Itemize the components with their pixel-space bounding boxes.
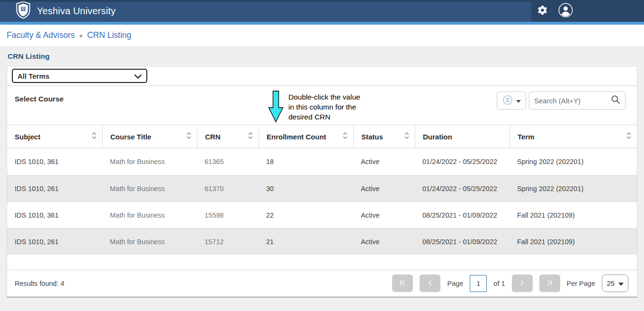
sort-icon[interactable] (92, 132, 97, 141)
per-page-value: 25 (607, 280, 614, 287)
filter-columns-button[interactable] (497, 91, 526, 110)
column-header-term[interactable]: Term (510, 125, 637, 148)
table-row[interactable]: IDS 1010, 361Math for Business6136518Act… (7, 148, 637, 175)
sort-icon[interactable] (187, 132, 191, 141)
first-page-icon (399, 279, 407, 288)
last-page-button[interactable] (539, 274, 560, 292)
first-page-button[interactable] (392, 274, 413, 292)
annotation-text: Double-click the value in this column fo… (288, 92, 360, 125)
table-row[interactable]: IDS 1010, 361Math for Business1559822Act… (7, 201, 637, 228)
column-label: Subject (15, 133, 40, 141)
breadcrumb-separator-dot (80, 35, 82, 37)
column-label: Course Title (110, 133, 151, 141)
table-row[interactable]: IDS 1010, 261Math for Business6137030Act… (7, 175, 637, 201)
cell-subject[interactable]: IDS 1010, 261 (7, 185, 102, 192)
previous-page-button[interactable] (420, 274, 440, 292)
next-page-icon (518, 279, 526, 288)
caret-down-icon (618, 280, 624, 287)
last-page-icon (546, 279, 554, 288)
brand-name: Yeshiva University (37, 6, 116, 17)
cell-status[interactable]: Active (353, 158, 415, 165)
column-header-course-title[interactable]: Course Title (102, 125, 197, 148)
column-header-duration: Duration (415, 125, 510, 148)
table-header-row: SubjectCourse TitleCRNEnrollment CountSt… (7, 125, 637, 148)
caret-down-icon (516, 97, 521, 104)
cell-crn[interactable]: 61370 (197, 185, 259, 192)
column-header-enrollment-count[interactable]: Enrollment Count (259, 125, 353, 148)
down-arrow-icon (268, 91, 284, 125)
column-label: Enrollment Count (267, 133, 326, 141)
previous-page-icon (426, 279, 434, 288)
select-course-title: Select Course (15, 95, 63, 103)
page-label: Page (447, 280, 463, 287)
profile-button[interactable] (558, 3, 573, 19)
cell-duration[interactable]: 01/24/2022 - 05/25/2022 (415, 158, 510, 165)
cell-course-title[interactable]: Math for Business (102, 158, 197, 165)
pagination: Page of 1 Per Page 25 (392, 274, 628, 292)
column-header-subject[interactable]: Subject (7, 125, 102, 148)
breadcrumb-crn-listing[interactable]: CRN Listing (87, 30, 131, 40)
term-panel: All Terms (7, 66, 637, 86)
cell-status[interactable]: Active (353, 211, 415, 219)
cell-term[interactable]: Spring 2022 (202201) (510, 158, 637, 165)
column-label: Duration (423, 133, 452, 141)
empty-row-strip (7, 255, 637, 270)
column-label: CRN (205, 133, 221, 141)
column-header-status[interactable]: Status (353, 125, 415, 148)
cell-subject[interactable]: IDS 1010, 261 (7, 238, 102, 246)
search-input[interactable] (534, 97, 611, 105)
search-box (529, 91, 626, 110)
settings-button[interactable] (537, 5, 548, 17)
table-row[interactable]: IDS 1010, 261Math for Business1571221Act… (7, 228, 637, 255)
per-page-label: Per Page (567, 280, 595, 287)
page-number-input[interactable] (470, 275, 487, 292)
cell-enrollment-count[interactable]: 18 (259, 158, 353, 165)
per-page-select[interactable]: 25 (602, 274, 628, 292)
course-panel: Select Course Double-click the value in … (7, 86, 637, 297)
columns-circle-icon (502, 95, 513, 107)
chevron-down-icon (134, 72, 142, 80)
cell-course-title[interactable]: Math for Business (102, 211, 197, 219)
cell-crn[interactable]: 15712 (197, 238, 259, 246)
cell-term[interactable]: Fall 2021 (202109) (510, 211, 637, 219)
cell-term[interactable]: Spring 2022 (202201) (510, 185, 637, 192)
header-tools (531, 0, 644, 22)
annotation-overlay: Double-click the value in this column fo… (268, 91, 360, 125)
search-group (497, 91, 626, 110)
results-count: Results found: 4 (15, 280, 64, 287)
sort-icon[interactable] (626, 132, 631, 141)
cell-enrollment-count[interactable]: 22 (259, 211, 353, 219)
term-select[interactable]: All Terms (12, 69, 147, 83)
column-label: Term (518, 133, 535, 141)
page-title: CRN Listing (7, 46, 637, 66)
cell-status[interactable]: Active (353, 238, 415, 246)
cell-subject[interactable]: IDS 1010, 361 (7, 211, 102, 219)
cell-course-title[interactable]: Math for Business (102, 185, 197, 192)
sort-icon[interactable] (404, 132, 409, 141)
search-icon[interactable] (611, 95, 620, 106)
breadcrumb-faculty-advisors[interactable]: Faculty & Advisors (7, 30, 75, 40)
table-footer: Results found: 4 Page of 1 (7, 270, 637, 296)
university-logo-icon (15, 1, 31, 21)
sort-icon[interactable] (343, 132, 348, 141)
course-toolbar: Select Course Double-click the value in … (7, 86, 637, 125)
cell-enrollment-count[interactable]: 21 (259, 238, 353, 246)
next-page-button[interactable] (512, 274, 533, 292)
column-header-crn[interactable]: CRN (197, 125, 259, 148)
gear-icon (537, 5, 548, 17)
sort-icon[interactable] (248, 132, 253, 141)
cell-enrollment-count[interactable]: 30 (259, 185, 353, 192)
column-label: Status (361, 133, 383, 141)
cell-duration[interactable]: 08/25/2021 - 01/09/2022 (415, 211, 510, 219)
cell-duration[interactable]: 08/25/2021 - 01/09/2022 (415, 238, 510, 246)
term-select-value: All Terms (18, 72, 49, 80)
cell-term[interactable]: Fall 2021 (202109) (510, 238, 637, 246)
cell-crn[interactable]: 15598 (197, 211, 259, 219)
cell-subject[interactable]: IDS 1010, 361 (7, 158, 102, 165)
cell-course-title[interactable]: Math for Business (102, 238, 197, 246)
cell-duration[interactable]: 01/24/2022 - 05/25/2022 (415, 185, 510, 192)
cell-status[interactable]: Active (353, 185, 415, 192)
brand[interactable]: Yeshiva University (0, 1, 116, 21)
cell-crn[interactable]: 61365 (197, 158, 259, 165)
profile-icon (558, 3, 573, 19)
